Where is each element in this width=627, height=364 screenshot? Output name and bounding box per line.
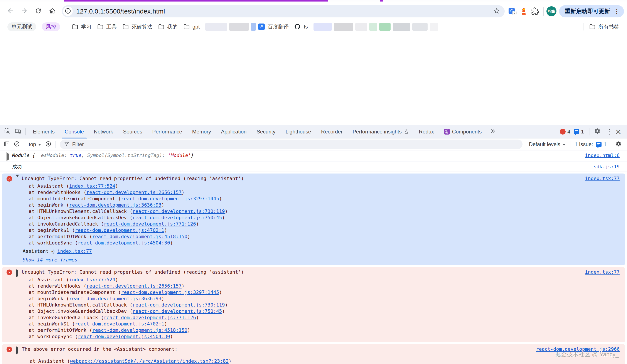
console-error-badge-icon[interactable]	[560, 129, 566, 135]
source-link[interactable]: index.tsx:77	[585, 176, 620, 181]
extensions-puzzle-icon[interactable]	[529, 6, 541, 17]
url-text[interactable]: 127.0.0.1:5500/test/index.html	[76, 8, 165, 15]
source-link[interactable]: react-dom.development.js:771:126	[104, 221, 196, 227]
source-link[interactable]: Show 14 more frames	[23, 257, 78, 262]
source-link[interactable]: react-dom.development.js:3297:1445	[121, 196, 219, 201]
expand-triangle-icon[interactable]	[16, 346, 22, 354]
expand-triangle-icon[interactable]	[16, 269, 22, 276]
bookmark-item[interactable]: ts	[294, 23, 308, 30]
tab-network[interactable]: Network	[89, 125, 118, 138]
source-link[interactable]: react-dom.development.js:4702:1	[75, 227, 164, 233]
tab-security[interactable]: Security	[252, 125, 281, 138]
forward-button[interactable]	[18, 5, 30, 17]
console-error-message[interactable]: Uncaught TypeError: Cannot read properti…	[2, 267, 625, 342]
source-link[interactable]: react-dom.development.js:4504:30	[78, 334, 170, 339]
source-link[interactable]: react-dom.development.js:4504:30	[78, 240, 170, 246]
stack-trace: at Assistant (index.tsx:77:524)at render…	[2, 183, 620, 246]
tab-performance-insights[interactable]: Performance insights	[348, 125, 414, 138]
source-link[interactable]: index.tsx:77:524	[69, 277, 115, 282]
expand-triangle-icon[interactable]	[6, 152, 12, 160]
lighthouse-extension-icon[interactable]	[518, 6, 529, 17]
bookmark-item[interactable]: 学习	[72, 23, 92, 30]
source-link[interactable]: react-dom.development.js:2656:157	[86, 283, 182, 289]
reload-button[interactable]	[32, 5, 44, 17]
all-bookmarks-folder[interactable]: 所有书签	[583, 23, 619, 30]
redacted-bookmark[interactable]	[251, 23, 256, 31]
devtools-settings-button[interactable]	[592, 126, 603, 137]
issues-badge-icon[interactable]	[574, 129, 579, 134]
issues-counter[interactable]: 1 Issue: 1	[575, 141, 607, 147]
redacted-bookmark[interactable]	[355, 23, 367, 31]
tab-memory[interactable]: Memory	[187, 125, 216, 138]
console-error-message[interactable]: The above error occurred in the <Assista…	[2, 344, 625, 364]
device-toolbar-button[interactable]	[13, 126, 23, 137]
expand-triangle-icon[interactable]	[16, 175, 22, 183]
source-link[interactable]: webpack://assistantSdk/./src/Assistant/i…	[70, 358, 228, 364]
home-button[interactable]	[46, 5, 58, 17]
redacted-bookmark[interactable]	[314, 23, 332, 31]
bookmark-item[interactable]: 译百度翻译	[258, 23, 288, 30]
filter-input[interactable]	[72, 141, 518, 147]
redacted-bookmark[interactable]	[334, 23, 353, 31]
tab-console[interactable]: Console	[60, 125, 89, 138]
browser-menu-icon[interactable]: ⋮	[614, 8, 620, 15]
bookmark-item[interactable]: 我的	[158, 23, 178, 30]
translate-extension-icon[interactable]: G 文	[507, 6, 518, 17]
tab-redux[interactable]: Redux	[414, 125, 439, 138]
source-link[interactable]: react-dom.development.js:750:45	[133, 309, 222, 314]
redacted-bookmark[interactable]	[412, 23, 427, 31]
tab-elements[interactable]: Elements	[28, 125, 60, 138]
redacted-bookmark[interactable]	[369, 23, 377, 31]
console-error-message[interactable]: Uncaught TypeError: Cannot read properti…	[2, 173, 625, 265]
source-link[interactable]: react-dom.development.js:2656:157	[86, 190, 182, 195]
source-link[interactable]: react-dom.development.js:4702:1	[75, 321, 164, 326]
source-link[interactable]: react-dom.development.js:771:126	[104, 315, 196, 320]
bookmark-item[interactable]: 死磕算法	[122, 23, 152, 30]
bookmark-item[interactable]: 工具	[97, 23, 117, 30]
live-expression-button[interactable]	[43, 139, 53, 149]
source-link[interactable]: index.tsx:77	[57, 248, 92, 254]
redacted-bookmark[interactable]	[229, 23, 249, 31]
context-selector[interactable]: top	[29, 141, 41, 147]
redacted-bookmark[interactable]	[379, 23, 391, 31]
source-link[interactable]: react-dom.development.js:3297:1445	[121, 290, 219, 295]
tab-recorder[interactable]: Recorder	[316, 125, 348, 138]
redacted-bookmark[interactable]	[430, 23, 438, 31]
devtools-close-button[interactable]: ×	[613, 126, 624, 137]
source-link[interactable]: sdk.js:19	[594, 164, 620, 169]
source-link[interactable]: react-dom.development.js:4518:150	[92, 234, 187, 239]
tab-lighthouse[interactable]: Lighthouse	[280, 125, 316, 138]
redacted-bookmark[interactable]	[393, 23, 410, 31]
source-link[interactable]: react-dom.development.js:730:119	[133, 208, 225, 214]
tab-components[interactable]: Components	[439, 125, 487, 138]
source-link[interactable]: react-dom.development.js:730:119	[133, 302, 225, 308]
source-link[interactable]: react-dom.development.js:4518:150	[92, 327, 187, 333]
bookmark-item[interactable]: gpt	[183, 23, 200, 30]
source-link[interactable]: react-dom.development.js:750:45	[133, 215, 222, 220]
source-link[interactable]: react-dom.development.js:3636:93	[69, 202, 161, 208]
bookmark-star-icon[interactable]	[493, 7, 500, 15]
inspect-element-button[interactable]	[2, 126, 13, 137]
source-link[interactable]: react-dom.development.js:3636:93	[69, 296, 161, 301]
back-button[interactable]	[4, 5, 16, 17]
tab-performance[interactable]: Performance	[147, 125, 187, 138]
clear-console-button[interactable]	[12, 139, 22, 149]
bookmark-item[interactable]: 风控	[42, 22, 60, 31]
tab-application[interactable]: Application	[216, 125, 252, 138]
source-link[interactable]: index.tsx:77	[585, 269, 620, 275]
profile-avatar[interactable]: 昀鑫	[546, 6, 556, 16]
site-info-button[interactable]	[63, 6, 73, 16]
relaunch-update-button[interactable]: 重新启动即可更新 ⋮	[559, 5, 624, 17]
devtools-menu-button[interactable]: ⋮	[603, 126, 613, 137]
url-bar[interactable]: 127.0.0.1:5500/test/index.html	[62, 5, 505, 17]
source-link[interactable]: index.html:6	[585, 153, 620, 158]
source-link[interactable]: index.tsx:77:524	[69, 183, 115, 189]
console-sidebar-toggle-button[interactable]	[2, 139, 12, 149]
redacted-bookmark[interactable]	[205, 23, 227, 31]
console-filter[interactable]	[60, 140, 522, 149]
console-settings-button[interactable]	[614, 139, 624, 149]
tab-sources[interactable]: Sources	[118, 125, 147, 138]
more-tabs-button[interactable]	[487, 128, 499, 135]
bookmark-item[interactable]: 单元测试	[7, 22, 36, 31]
log-levels-selector[interactable]: Default levels	[529, 141, 566, 147]
